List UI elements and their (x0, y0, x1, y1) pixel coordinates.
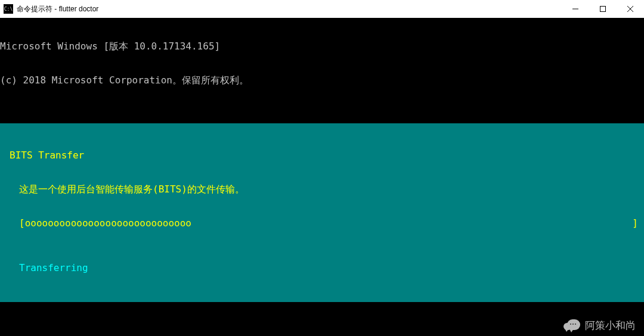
progress-title: BITS Transfer (0, 150, 644, 161)
maximize-button[interactable] (589, 0, 617, 18)
header-line-1: Microsoft Windows [版本 10.0.17134.165] (0, 41, 644, 52)
progress-bar-fill: ooooooooooooooooooooooooooooo (25, 217, 191, 229)
window-controls (562, 0, 644, 18)
window-title: 命令提示符 - flutter doctor (17, 4, 98, 14)
close-button[interactable] (617, 0, 644, 18)
window-titlebar: C:\ 命令提示符 - flutter doctor (0, 0, 644, 18)
progress-bar-open: [ (19, 217, 25, 229)
progress-description: 这是一个使用后台智能传输服务(BITS)的文件传输。 (0, 183, 644, 195)
progress-bar-space (191, 217, 632, 229)
cmd-icon-text: C:\ (4, 7, 13, 12)
svg-rect-1 (600, 7, 606, 12)
watermark: 阿策小和尚 (564, 318, 636, 332)
header-line-2: (c) 2018 Microsoft Corporation。保留所有权利。 (0, 74, 644, 86)
wechat-icon (564, 318, 581, 332)
progress-bar: [ooooooooooooooooooooooooooooo] (0, 217, 644, 229)
bits-progress-block: BITS Transfer 这是一个使用后台智能传输服务(BITS)的文件传输。… (0, 123, 644, 302)
progress-bar-close: ] (632, 217, 644, 229)
progress-status: Transferring (0, 262, 644, 273)
cmd-icon: C:\ (4, 4, 13, 14)
terminal-area[interactable]: Microsoft Windows [版本 10.0.17134.165] (c… (0, 18, 644, 336)
minimize-button[interactable] (562, 0, 589, 18)
